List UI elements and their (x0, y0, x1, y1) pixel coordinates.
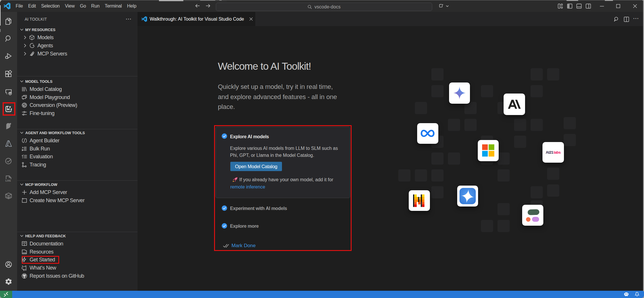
svg-text:LOG: LOG (6, 179, 11, 182)
